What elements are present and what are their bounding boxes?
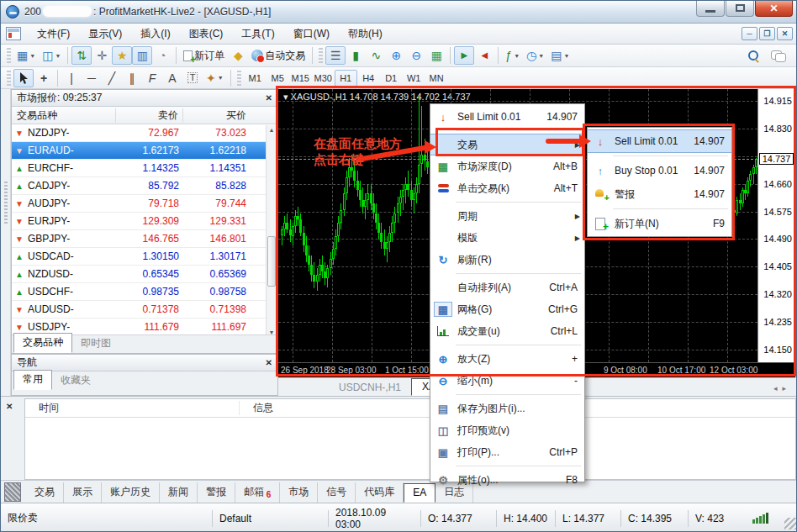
column-symbol[interactable]: 交易品种 [12, 108, 116, 123]
trendline-button[interactable]: ╱ [102, 69, 122, 87]
column-ask[interactable]: 买价 [183, 108, 251, 123]
market-watch-row[interactable]: ▼NZDJPY-72.96773.023 [12, 124, 277, 142]
market-watch-row[interactable]: ▲USDCHF-0.987350.98758 [12, 283, 277, 301]
toolbar-grip[interactable] [237, 71, 241, 86]
new-chart-button[interactable]: ▦▼ [13, 46, 39, 65]
terminal-tab-市场[interactable]: 市场 [280, 482, 318, 503]
market-watch-tab-交易品种[interactable]: 交易品种 [13, 333, 72, 353]
market-watch-row[interactable]: ▼EURJPY-129.309129.331 [12, 213, 277, 230]
crosshair-button[interactable]: + [34, 69, 54, 87]
strategy-tester-button[interactable]: ◔ [152, 46, 172, 65]
chart-shift-button[interactable]: ◀ [474, 46, 494, 65]
context-menu-item[interactable]: ▤保存为图片(i)... [430, 398, 584, 419]
text-button[interactable]: A [162, 69, 182, 87]
terminal-tab-警报[interactable]: 警报 [198, 482, 235, 503]
terminal-toggle[interactable]: ▥ [132, 46, 152, 65]
zoom-out-button[interactable]: ⊖ [406, 46, 426, 65]
timeframe-button-m5[interactable]: M5 [267, 70, 289, 87]
dock-grip[interactable] [4, 182, 8, 225]
column-bid[interactable]: 卖价 [116, 108, 183, 123]
context-menu-item[interactable]: ◫打印预览(v) [430, 419, 584, 441]
column-time[interactable]: 时间 [25, 401, 240, 415]
column-message[interactable]: 信息 [240, 401, 273, 415]
panel-grip-icon[interactable] [4, 482, 21, 502]
chart-tab-USDCNH-,H1[interactable]: USDCNH-,H1 [329, 380, 411, 396]
horizontal-line-button[interactable]: ─ [82, 69, 102, 87]
navigator-toggle[interactable]: ★ [112, 46, 132, 65]
market-watch-row[interactable]: ▼GBPJPY-146.765146.801 [12, 230, 277, 248]
fibonacci-button[interactable]: F [142, 69, 162, 87]
terminal-tab-邮箱[interactable]: 邮箱 6 [235, 482, 280, 503]
context-menu-item[interactable]: ▣打印(P)...Ctrl+P [430, 441, 584, 463]
market-watch-row[interactable]: ▲NZDUSD-0.653450.65369 [12, 266, 277, 283]
timeframe-button-w1[interactable]: W1 [403, 70, 425, 87]
menubar-item[interactable]: 帮助(H) [339, 24, 392, 44]
chart-tab-scroll-icons[interactable]: ◂▸ [773, 384, 797, 396]
data-window-button[interactable]: ✛ [92, 46, 112, 65]
timeframe-button-d1[interactable]: D1 [380, 70, 403, 87]
terminal-tab-展示[interactable]: 展示 [64, 482, 102, 503]
market-watch-header[interactable]: 市场报价: 09:25:37 ✕ [12, 90, 277, 107]
bar-chart-type-button[interactable]: ☰ [325, 46, 346, 65]
terminal-tab-新闻[interactable]: 新闻 [160, 482, 198, 503]
minimize-button[interactable] [696, 1, 725, 17]
new-order-button[interactable]: 新订单 [180, 46, 228, 65]
market-watch-row[interactable]: ▲CADJPY-85.79285.828 [12, 177, 277, 195]
close-icon[interactable]: ✕ [266, 358, 272, 367]
scrollbar-thumb[interactable] [267, 236, 276, 287]
market-watch-row[interactable]: ▲USDCAD-1.301501.30171 [12, 248, 277, 266]
menubar-item[interactable]: 工具(T) [232, 24, 283, 44]
market-watch-tab-即时图[interactable]: 即时图 [72, 334, 119, 353]
mdi-minimize-button[interactable]: ─ [742, 27, 757, 40]
market-watch-toggle[interactable]: ⇅ [71, 46, 92, 65]
profiles-button[interactable]: ◫▼ [39, 46, 64, 65]
candle-chart-type-button[interactable]: ▮ [346, 46, 366, 65]
vertical-line-button[interactable]: | [61, 69, 82, 87]
close-button[interactable]: ✕ [755, 1, 793, 17]
metaeditor-button[interactable]: ◆ [228, 46, 248, 65]
cursor-button[interactable] [13, 69, 34, 87]
mdi-close-button[interactable]: ✕ [777, 27, 793, 40]
menubar-item[interactable]: 插入(I) [131, 24, 179, 44]
market-watch-row[interactable]: ▼AUDJPY-79.71879.744 [12, 195, 277, 213]
menubar-item[interactable]: 图表(C) [180, 24, 233, 44]
resize-grip[interactable] [784, 518, 796, 529]
timeframe-button-h1[interactable]: H1 [335, 70, 357, 87]
mdi-restore-button[interactable]: ❐ [759, 27, 775, 40]
navigator-tab-收藏夹[interactable]: 收藏夹 [52, 371, 99, 390]
timeframe-button-m1[interactable]: M1 [244, 70, 267, 87]
timeframe-button-m30[interactable]: M30 [312, 70, 335, 87]
periods-button[interactable]: ◷▼ [523, 46, 547, 65]
autotrading-button[interactable]: 自动交易 [248, 46, 309, 65]
toolbar-grip[interactable] [319, 48, 323, 63]
search-icon[interactable] [747, 50, 759, 61]
toolbar-grip[interactable] [7, 48, 11, 63]
market-watch-row[interactable]: ▼EURAUD-1.621731.62218 [12, 142, 277, 160]
line-chart-type-button[interactable]: ∿ [366, 46, 386, 65]
market-watch-row[interactable]: ▼AUDUSD-0.713780.71398 [12, 301, 277, 319]
toolbar-grip[interactable] [7, 71, 11, 86]
arrows-button[interactable]: ✦▼ [203, 69, 227, 87]
text-label-button[interactable]: T [182, 69, 203, 87]
terminal-tab-信号[interactable]: 信号 [318, 482, 356, 503]
terminal-tab-代码库[interactable]: 代码库 [356, 482, 404, 503]
menubar-item[interactable]: 文件(F) [28, 24, 79, 44]
maximize-button[interactable] [726, 1, 754, 17]
close-icon[interactable]: ✕ [6, 402, 13, 411]
navigator-tab-常用[interactable]: 常用 [13, 370, 52, 390]
tile-windows-button[interactable]: ▦ [426, 46, 446, 65]
timeframe-button-m15[interactable]: M15 [289, 70, 312, 87]
close-icon[interactable]: ✕ [266, 93, 272, 103]
channel-button[interactable]: ∥ [122, 69, 142, 87]
chat-icon[interactable] [771, 50, 786, 61]
menubar-item[interactable]: 窗口(W) [284, 24, 339, 44]
auto-scroll-button[interactable]: ▶ [454, 46, 474, 65]
indicators-button[interactable]: ƒ▼ [502, 46, 523, 65]
menubar-item[interactable]: 显示(V) [79, 24, 131, 44]
templates-button[interactable]: ▤▼ [547, 46, 573, 65]
market-watch-row[interactable]: ▲EURCHF-1.143251.14351 [12, 160, 277, 177]
timeframe-button-h4[interactable]: H4 [357, 70, 380, 87]
context-menu-item[interactable]: ⚙属性(o)...F8 [430, 469, 584, 491]
zoom-in-button[interactable]: ⊕ [386, 46, 406, 65]
terminal-tab-交易[interactable]: 交易 [26, 482, 64, 503]
